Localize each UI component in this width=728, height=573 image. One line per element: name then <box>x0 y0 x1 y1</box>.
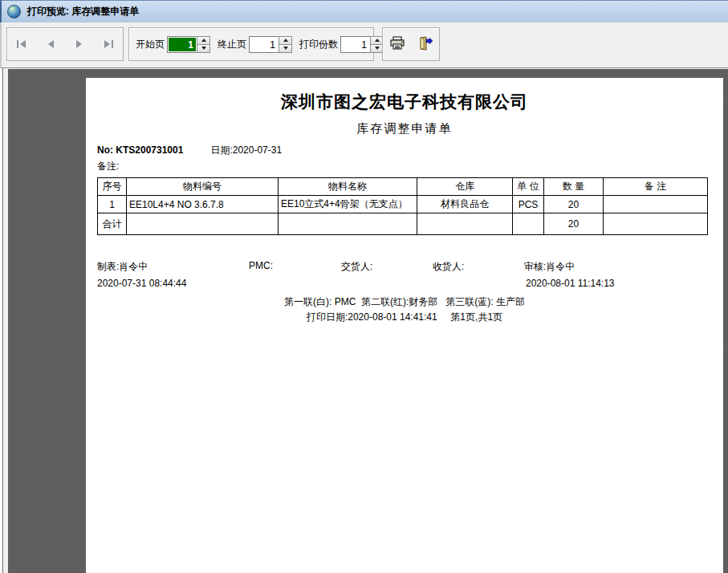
header-seq: 序号 <box>98 178 127 196</box>
total-material-name <box>279 213 417 235</box>
cell-material-name: EE10立式4+4骨架（无支点） <box>279 196 417 213</box>
header-unit: 单 位 <box>513 178 544 196</box>
print-button[interactable] <box>385 32 409 56</box>
total-warehouse <box>417 213 513 235</box>
document-date: 日期:2020-07-31 <box>210 144 282 156</box>
table-header-row: 序号 物料编号 物料名称 仓库 单 位 数 量 备 注 <box>98 178 708 196</box>
prev-page-button[interactable] <box>39 32 63 56</box>
start-page-down-button[interactable] <box>197 45 210 53</box>
up-arrow-icon <box>201 39 206 42</box>
start-page-up-button[interactable] <box>197 36 210 45</box>
next-page-icon <box>75 39 84 49</box>
cell-seq: 1 <box>98 196 127 213</box>
copies-label: 打印份数 <box>299 38 338 51</box>
table-row: 1 EE10L4+4 NO 3.6.7.8 EE10立式4+4骨架（无支点） 材… <box>98 196 708 213</box>
copies-value[interactable]: 1 <box>340 36 370 53</box>
cell-warehouse: 材料良品仓 <box>417 196 513 213</box>
end-page-spinner[interactable]: 1 <box>249 36 292 53</box>
exit-door-icon <box>417 36 433 53</box>
down-arrow-icon <box>375 47 380 50</box>
remark-label: 备注: <box>97 160 119 173</box>
nav-button-group <box>6 27 124 61</box>
header-warehouse: 仓库 <box>417 178 513 196</box>
page-settings-group: 开始页 1 终止页 1 打印份数 1 <box>128 27 374 61</box>
window-title: 打印预览: 库存调整申请单 <box>27 5 139 18</box>
preview-border <box>2 68 3 573</box>
down-arrow-icon <box>201 47 206 50</box>
cell-qty: 20 <box>544 196 604 213</box>
exit-button[interactable] <box>413 32 437 56</box>
document-number: No: KTS200731001 <box>97 144 183 156</box>
header-remark: 备 注 <box>604 178 708 196</box>
items-table: 序号 物料编号 物料名称 仓库 单 位 数 量 备 注 1 EE10L4+4 N… <box>97 177 708 235</box>
maker-timestamp: 2020-07-31 08:44:44 <box>97 278 186 289</box>
cell-remark <box>604 196 708 213</box>
app-globe-icon <box>7 5 21 18</box>
end-page-up-button[interactable] <box>279 36 292 45</box>
total-qty: 20 <box>544 213 604 235</box>
print-preview-area: 深圳市图之宏电子科技有限公司 库存调整申请单 No: KTS200731001日… <box>0 67 728 573</box>
total-remark <box>604 213 708 235</box>
up-arrow-icon <box>375 39 380 42</box>
start-page-spinner[interactable]: 1 <box>167 36 210 53</box>
total-unit <box>513 213 544 235</box>
document-title: 库存调整申请单 <box>86 121 723 136</box>
document-number-line: No: KTS200731001日期:2020-07-31 <box>97 144 282 157</box>
prev-page-icon <box>46 39 55 49</box>
preview-background[interactable]: 深圳市图之宏电子科技有限公司 库存调整申请单 No: KTS200731001日… <box>8 69 728 573</box>
first-page-icon <box>16 39 27 49</box>
printer-icon <box>389 36 405 53</box>
end-page-down-button[interactable] <box>279 45 292 53</box>
document-page: 深圳市图之宏电子科技有限公司 库存调整申请单 No: KTS200731001日… <box>86 78 723 573</box>
end-page-label: 终止页 <box>218 38 246 51</box>
toolbar: 开始页 1 终止页 1 打印份数 1 <box>0 22 728 67</box>
audit-timestamp: 2020-08-01 11:14:13 <box>526 278 615 289</box>
header-material-code: 物料编号 <box>127 178 279 196</box>
pmc-label: PMC: <box>249 260 273 271</box>
auditor-label: 审核:肖令中 <box>524 260 575 274</box>
end-page-value[interactable]: 1 <box>249 36 279 53</box>
total-material-code <box>127 213 279 235</box>
print-button-group <box>382 27 440 61</box>
receiver-label: 收货人: <box>433 260 464 274</box>
maker-label: 制表:肖令中 <box>97 260 148 274</box>
last-page-button[interactable] <box>96 32 120 56</box>
start-page-label: 开始页 <box>136 38 165 51</box>
table-total-row: 合计 20 <box>98 213 708 235</box>
first-page-button[interactable] <box>10 32 34 56</box>
print-date-line: 打印日期:2020-08-01 14:41:41 第1页,共1页 <box>86 311 723 324</box>
header-qty: 数 量 <box>544 178 604 196</box>
company-name: 深圳市图之宏电子科技有限公司 <box>86 91 723 113</box>
total-label: 合计 <box>98 213 127 235</box>
cell-material-code: EE10L4+4 NO 3.6.7.8 <box>127 196 279 213</box>
copies-distribution-line: 第一联(白): PMC 第二联(红):财务部 第三联(蓝): 生产部 <box>86 295 723 309</box>
cell-unit: PCS <box>513 196 544 213</box>
start-page-value[interactable]: 1 <box>167 36 197 53</box>
copies-spinner[interactable]: 1 <box>340 36 384 53</box>
deliverer-label: 交货人: <box>341 260 372 274</box>
next-page-button[interactable] <box>67 32 92 56</box>
header-material-name: 物料名称 <box>279 178 417 196</box>
down-arrow-icon <box>283 47 288 50</box>
window-titlebar: 打印预览: 库存调整申请单 <box>0 0 728 22</box>
last-page-icon <box>103 39 114 49</box>
up-arrow-icon <box>283 39 288 42</box>
